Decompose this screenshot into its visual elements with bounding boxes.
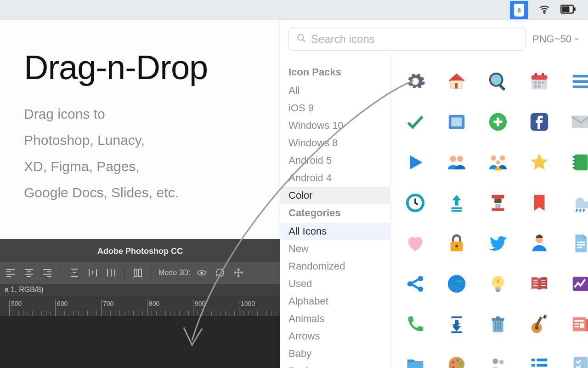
play-icon[interactable]	[397, 143, 434, 182]
battery-icon[interactable]	[560, 3, 576, 17]
svg-rect-24	[452, 117, 462, 126]
svg-point-76	[456, 359, 459, 362]
bookmark-icon[interactable]	[521, 183, 558, 223]
photoshop-doc-tab[interactable]: a 1, RGB/8)	[0, 284, 280, 298]
notebook-icon[interactable]	[562, 143, 588, 182]
sidebar-item-category[interactable]: Alphabet	[280, 293, 390, 310]
svg-rect-57	[496, 290, 500, 292]
magnifier-icon[interactable]	[480, 62, 516, 101]
star-icon[interactable]	[521, 143, 558, 182]
menu-icon[interactable]	[562, 62, 588, 101]
ruler-mark: 1000	[241, 300, 255, 307]
auto-align-icon[interactable]	[131, 266, 145, 279]
sidebar-item-pack[interactable]: Android 4	[280, 169, 390, 187]
svg-rect-15	[531, 75, 548, 80]
svg-rect-60	[452, 331, 462, 333]
dist-vert-icon[interactable]	[68, 266, 81, 279]
family-icon[interactable]	[480, 143, 516, 182]
lock-icon[interactable]	[438, 224, 475, 263]
svg-rect-2	[562, 6, 570, 12]
chart-icon[interactable]	[562, 264, 588, 304]
svg-rect-62	[492, 318, 504, 321]
ruler-mark: 900	[195, 300, 205, 307]
svg-rect-81	[531, 359, 535, 362]
rotate-icon[interactable]	[213, 266, 227, 279]
svg-rect-84	[537, 364, 547, 367]
svg-rect-20	[542, 81, 545, 84]
marketing-line: Photoshop, Lunacy,	[24, 127, 280, 153]
heart-icon[interactable]	[397, 224, 434, 263]
facebook-icon[interactable]	[521, 102, 558, 142]
align-center-icon[interactable]	[22, 266, 36, 279]
phone-icon[interactable]	[397, 305, 434, 344]
checklist-icon[interactable]	[562, 345, 588, 368]
plus-circle-icon[interactable]	[480, 102, 516, 142]
move-icon[interactable]	[232, 266, 245, 279]
upload-icon[interactable]	[438, 183, 475, 223]
clock-icon[interactable]	[397, 183, 434, 223]
svg-rect-22	[538, 85, 541, 88]
people-pair-icon[interactable]	[438, 143, 475, 182]
newspaper-icon[interactable]	[562, 305, 588, 344]
frame-icon[interactable]	[438, 102, 475, 142]
sidebar-item-pack[interactable]: All	[280, 82, 390, 99]
open-book-icon[interactable]	[521, 264, 558, 304]
sidebar-item-pack[interactable]: Windows 10	[280, 117, 390, 134]
format-selector[interactable]: PNG~50	[532, 33, 580, 45]
sidebar-item-category[interactable]: Business	[280, 362, 390, 368]
svg-point-8	[298, 34, 304, 40]
svg-rect-18	[534, 81, 537, 84]
align-right-icon[interactable]	[40, 266, 54, 279]
download-icon[interactable]	[438, 305, 475, 344]
align-left-icon[interactable]	[4, 266, 17, 279]
checkmark-icon[interactable]	[397, 102, 434, 142]
calendar-icon[interactable]	[521, 62, 558, 101]
globe-icon[interactable]	[438, 264, 475, 304]
marketing-title: Drag-n-Drop	[24, 48, 280, 87]
gear-icon[interactable]	[397, 62, 434, 101]
list-icon[interactable]	[521, 345, 558, 368]
sidebar-item-pack[interactable]: Windows 8	[280, 134, 390, 152]
envelope-icon[interactable]	[562, 102, 588, 142]
guitar-icon[interactable]	[521, 305, 558, 344]
coffee-machine-icon[interactable]	[480, 183, 516, 223]
svg-rect-50	[577, 247, 582, 248]
menu-bar-app-badge[interactable]: 8	[510, 1, 528, 19]
sidebar-item-category[interactable]: Arrows	[280, 328, 390, 345]
rain-cloud-icon[interactable]	[562, 183, 588, 223]
twitter-icon[interactable]	[480, 224, 516, 263]
sidebar-item-category[interactable]: All Icons	[280, 223, 390, 240]
svg-point-77	[460, 362, 463, 365]
search-input[interactable]	[311, 33, 518, 46]
sidebar-item-category[interactable]: Animals	[280, 310, 390, 328]
user-group-icon[interactable]	[480, 345, 516, 368]
sidebar-item-category[interactable]: Baby	[280, 345, 390, 362]
lightbulb-icon[interactable]	[480, 264, 516, 304]
trash-icon[interactable]	[480, 305, 516, 344]
wifi-icon[interactable]	[537, 3, 552, 17]
icon-app-panel: PNG~50 Icon PacksAlliOS 9Windows 10Windo…	[280, 20, 588, 368]
sidebar-item-pack[interactable]: iOS 9	[280, 99, 390, 117]
sidebar-item-pack[interactable]: Android 5	[280, 152, 390, 169]
sidebar-item-pack[interactable]: Color	[280, 187, 390, 204]
marketing-line: XD, Figma, Pages,	[24, 153, 280, 179]
marketing-line: Google Docs, Slides, etc.	[24, 179, 280, 206]
dist-horiz-icon[interactable]	[86, 266, 100, 279]
sidebar-header-packs: Icon Packs	[280, 63, 390, 82]
svg-point-30	[491, 155, 497, 161]
document-icon[interactable]	[562, 224, 588, 263]
orbit-icon[interactable]	[195, 266, 209, 279]
palette-icon[interactable]	[438, 345, 475, 368]
photoshop-canvas[interactable]	[0, 316, 280, 368]
search-input-container[interactable]	[288, 28, 526, 51]
dist-center-icon[interactable]	[104, 266, 118, 279]
share-icon[interactable]	[397, 264, 434, 304]
person-icon[interactable]	[521, 224, 558, 263]
svg-rect-40	[452, 210, 462, 212]
sidebar-item-category[interactable]: New	[280, 240, 390, 258]
folder-icon[interactable]	[397, 345, 434, 368]
house-icon[interactable]	[438, 62, 475, 101]
format-label: PNG~50	[532, 33, 571, 45]
sidebar-item-category[interactable]: Randomized	[280, 258, 390, 275]
sidebar-item-category[interactable]: Used	[280, 275, 390, 293]
